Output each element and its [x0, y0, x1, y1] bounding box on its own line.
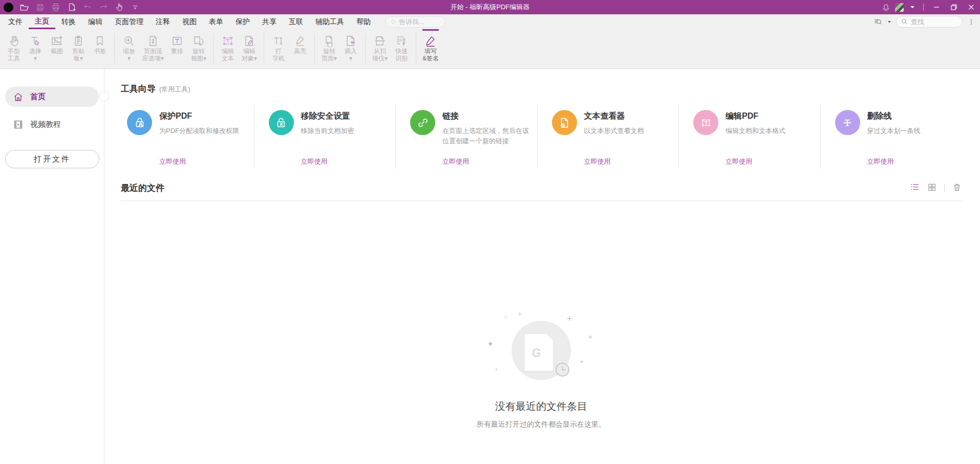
tool-card-strikeout[interactable]: 删除线 穿过文本划一条线 立即使用: [820, 105, 962, 169]
menu-view[interactable]: 视图: [176, 14, 203, 29]
open-file-button[interactable]: 打开文件: [5, 150, 99, 168]
edit-text-box-icon: [693, 110, 718, 135]
open-folder-icon[interactable]: [18, 2, 30, 13]
dot-sparkle-icon: ●: [580, 359, 583, 364]
sidebar: 首页 视频教程 打开文件: [0, 69, 104, 464]
select-tool-button[interactable]: 选择 ▾: [25, 29, 46, 69]
toolbar-label: 视图▾: [191, 55, 206, 62]
quick-ocr-button[interactable]: OCR 快速 识别: [391, 29, 412, 69]
tell-me-input[interactable]: [399, 18, 440, 26]
sidebar-item-label: 首页: [30, 92, 46, 102]
tell-me-box[interactable]: [385, 16, 445, 28]
edit-text-button[interactable]: 编辑 文本: [217, 29, 239, 69]
find-options-icon[interactable]: [874, 17, 883, 27]
bookmark-button[interactable]: 书签: [89, 29, 111, 69]
scanner-icon: [374, 34, 386, 48]
menu-help[interactable]: 帮助: [350, 14, 377, 29]
print-icon[interactable]: [50, 2, 61, 13]
use-now-link[interactable]: 立即使用: [584, 157, 644, 166]
use-now-link[interactable]: 立即使用: [726, 157, 785, 166]
recent-files-empty-state: ○ + + ✦ ✦ ● ● G 没有最近的文件条目 所有最近打开过的文件都会显示…: [121, 310, 962, 429]
account-caret-icon[interactable]: [906, 0, 919, 14]
menu-accessibility[interactable]: 辅助工具: [309, 14, 350, 29]
menu-protect[interactable]: 保护: [229, 14, 256, 29]
typewriter-button[interactable]: 打 字机: [268, 29, 289, 69]
menu-connect[interactable]: 互联: [283, 14, 309, 29]
trash-icon[interactable]: [952, 183, 962, 194]
search-input[interactable]: [911, 18, 957, 26]
restore-button[interactable]: [945, 0, 963, 14]
empty-title: 没有最近的文件条目: [121, 400, 962, 413]
zoom-button[interactable]: 缩放 ▾: [118, 29, 140, 69]
star-sparkle-icon: ✦: [487, 339, 494, 349]
rotate-view-icon: [193, 34, 205, 48]
sidebar-item-home[interactable]: 首页: [5, 86, 99, 107]
reflow-button[interactable]: 重排: [166, 29, 188, 69]
save-icon[interactable]: [34, 2, 46, 13]
clipboard-button[interactable]: 剪贴 板▾: [68, 29, 89, 69]
fit-page-icon: [147, 34, 159, 48]
edit-object-button[interactable]: 编辑 对象▾: [239, 29, 260, 69]
menu-file[interactable]: 文件: [2, 14, 29, 29]
use-now-link[interactable]: 立即使用: [442, 157, 533, 166]
tool-card-remove-security[interactable]: 移除安全设置 移除当前文档加密 立即使用: [254, 105, 396, 169]
toolbar-label: 工具: [8, 55, 20, 62]
hand-pointer-icon[interactable]: [114, 2, 125, 13]
tool-card-protect-pdf[interactable]: 保护PDF 为PDF分配读取和修改权限 立即使用: [121, 105, 254, 169]
use-now-link[interactable]: 立即使用: [301, 157, 354, 166]
search-icon: [901, 18, 908, 25]
toolbar-label: ▾: [349, 55, 352, 62]
highlight-button[interactable]: 高亮: [289, 29, 311, 69]
toolbar-label: 剪贴: [72, 48, 84, 55]
sidebar-item-video-tutorial[interactable]: 视频教程: [5, 114, 99, 135]
card-title: 保护PDF: [159, 111, 239, 122]
card-description: 移除当前文档加密: [301, 126, 354, 136]
toolbar-label: 旋转: [193, 48, 205, 55]
fill-sign-button[interactable]: 填写 &签名: [420, 29, 441, 69]
customize-toolbar-icon[interactable]: [130, 2, 141, 13]
rotate-page-button[interactable]: 旋转 页面▾: [318, 29, 340, 69]
menu-share[interactable]: 共享: [256, 14, 283, 29]
ocr-icon: OCR: [395, 34, 408, 48]
menu-page-organize[interactable]: 页面管理: [109, 14, 150, 29]
menu-edit[interactable]: 编辑: [82, 14, 109, 29]
minimize-button[interactable]: [928, 0, 945, 14]
insert-page-button[interactable]: 插入 ▾: [340, 29, 361, 69]
app-logo[interactable]: [3, 2, 14, 13]
tool-card-text-viewer[interactable]: 文本查看器 以文本形式查看文档 立即使用: [537, 105, 679, 169]
rotate-view-button[interactable]: 旋转 视图▾: [188, 29, 209, 69]
undo-icon[interactable]: [82, 2, 93, 13]
card-description: 在页面上选定区域，然后在该位置创建一个新的链接: [442, 126, 533, 146]
new-document-icon[interactable]: [66, 2, 77, 13]
fit-page-button[interactable]: 页面适 应选项▾: [140, 29, 166, 69]
bell-icon[interactable]: [879, 0, 892, 14]
use-now-link[interactable]: 立即使用: [159, 157, 239, 166]
toolbar-label: 对象▾: [242, 55, 257, 62]
card-title: 文本查看器: [584, 111, 644, 122]
avatar[interactable]: [892, 0, 906, 14]
ribbon-separator: [114, 34, 115, 63]
toolbar-label: 手型: [8, 48, 20, 55]
toolbar-label: 从扫: [374, 48, 386, 55]
find-caret-icon[interactable]: [888, 21, 891, 23]
toolbar-label: 截图: [51, 48, 63, 55]
menu-comment[interactable]: 注释: [150, 14, 176, 29]
snapshot-button[interactable]: 截图: [46, 29, 68, 69]
list-view-icon[interactable]: [910, 182, 920, 194]
recent-files-divider: [121, 201, 962, 201]
toolbar-label: 文本: [222, 55, 234, 62]
tool-card-link[interactable]: 链接 在页面上选定区域，然后在该位置创建一个新的链接 立即使用: [395, 105, 537, 169]
menu-convert[interactable]: 转换: [55, 14, 82, 29]
hand-tool-button[interactable]: 手型 工具: [3, 29, 25, 69]
close-button[interactable]: [963, 0, 980, 14]
tool-card-edit-pdf[interactable]: 编辑PDF 编辑文档和文本格式 立即使用: [678, 105, 820, 169]
menu-form[interactable]: 表单: [203, 14, 229, 29]
from-scanner-button[interactable]: 从扫 描仪▾: [369, 29, 391, 69]
use-now-link[interactable]: 立即使用: [867, 157, 921, 166]
redo-icon[interactable]: [98, 2, 109, 13]
kebab-menu-icon[interactable]: [968, 18, 975, 26]
search-box[interactable]: [896, 16, 963, 28]
sidebar-collapse-handle[interactable]: [99, 92, 109, 101]
menu-home[interactable]: 主页: [29, 14, 55, 29]
grid-view-icon[interactable]: [927, 183, 936, 194]
